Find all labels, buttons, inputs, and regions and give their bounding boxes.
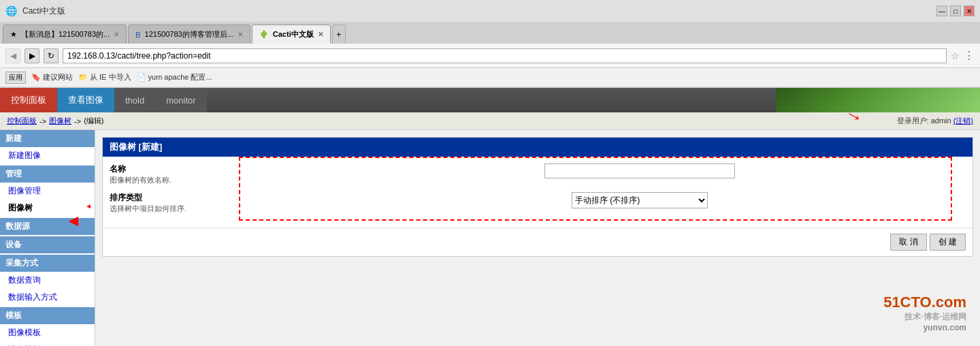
form-row-name: 名称 图像树的有效名称. xyxy=(110,163,966,185)
user-info: 登录用户: admin (注销) xyxy=(897,116,973,126)
user-label: 登录用户: admin xyxy=(897,116,951,125)
sidebar-item-new-graph[interactable]: 新建图像 xyxy=(0,147,95,164)
tab2-label: 121500783的博客管理后... xyxy=(145,29,233,40)
breadcrumb-tree[interactable]: 图像树 xyxy=(49,116,71,126)
browser-tabs: ★ 【新消息】121500783的... ✕ B 121500783的博客管理后… xyxy=(0,22,980,44)
tab3-favicon: 🌵 xyxy=(259,30,269,39)
form-row-sort: 排序类型 选择树中项目如何排序. 手动排序 (不排序) 字母排序 数字排序 xyxy=(110,192,966,214)
nav-decoration xyxy=(776,88,980,112)
form-label-sort: 排序类型 xyxy=(110,192,314,204)
breadcrumb-bar: 控制面板 -> 图像树 -> (编辑) 登录用户: admin (注销) xyxy=(0,112,980,130)
tab1-label: 【新消息】121500783的... xyxy=(21,29,110,40)
back-button[interactable]: ◀ xyxy=(5,48,20,63)
sidebar-item-graph-template[interactable]: 图像模板 xyxy=(0,324,95,341)
address-input[interactable] xyxy=(63,48,947,63)
sidebar-item-data-input[interactable]: 数据输入方式 xyxy=(0,289,95,306)
folder-icon: 📁 xyxy=(78,73,88,82)
nav-tab-thold[interactable]: thold xyxy=(114,88,155,112)
nav-tab-monitor[interactable]: monitor xyxy=(155,88,206,112)
form-desc-sort: 选择树中项目如何排序. xyxy=(110,204,314,214)
bookmark-yum[interactable]: 📄 yum apache 配置... xyxy=(137,72,212,82)
sidebar-header-template: 模板 xyxy=(0,307,95,324)
browser-tab-3[interactable]: 🌵 Cacti中文版 ✕ xyxy=(252,25,331,44)
sidebar-section-template: 模板 图像模板 设备模板 数据模板 xyxy=(0,307,95,346)
watermark-line3: yunvn.com xyxy=(883,323,966,332)
page-content: 控制面板 查看图像 thold monitor 控制面板 -> 图像树 -> (… xyxy=(0,88,980,346)
browser-logo: 🌐 xyxy=(5,5,17,16)
form-body: 名称 图像树的有效名称. 排序类型 选择树中项目如何排序. xyxy=(103,157,973,227)
watermark-line2: 技术·博客·运维网 xyxy=(883,311,966,323)
sidebar: 新建 新建图像 管理 图像管理 图像树 数据源 设备 采集方式 数据查询 数据输… xyxy=(0,130,95,346)
sidebar-item-graph-manage[interactable]: 图像管理 xyxy=(0,183,95,200)
bookmark-suggest[interactable]: 🔖 建议网站 xyxy=(31,72,73,82)
bookmarks-bar: 应用 🔖 建议网站 📁 从 IE 中导入 📄 yum apache 配置... xyxy=(0,68,980,87)
form-section: 图像树 [新建] 名称 图像树的有效名称. xyxy=(102,137,973,257)
bookmark-label: 建议网站 xyxy=(43,72,73,82)
tab2-favicon: B xyxy=(135,31,140,39)
sidebar-header-collection: 采集方式 xyxy=(0,255,95,272)
refresh-button[interactable]: ↻ xyxy=(44,48,59,63)
cancel-button[interactable]: 取 消 xyxy=(890,234,926,251)
form-title: 图像树 [新建] xyxy=(103,138,973,157)
content-area: 图像树 [新建] 名称 图像树的有效名称. xyxy=(95,130,980,346)
bookmark-ie-label: 从 IE 中导入 xyxy=(90,72,131,82)
breadcrumb-sep1: -> xyxy=(39,117,46,125)
title-bar-right: — □ ✕ xyxy=(936,5,975,16)
forward-button[interactable]: ▶ xyxy=(24,48,39,63)
sidebar-item-data-query[interactable]: 数据查询 xyxy=(0,272,95,289)
form-control-sort: 手动排序 (不排序) 字母排序 数字排序 xyxy=(314,192,966,208)
close-button[interactable]: ✕ xyxy=(964,5,975,16)
nav-tab-graphs[interactable]: 查看图像 xyxy=(57,88,114,112)
tab2-close[interactable]: ✕ xyxy=(238,31,243,38)
form-control-name xyxy=(314,163,966,178)
maximize-button[interactable]: □ xyxy=(950,5,961,16)
sidebar-section-collection: 采集方式 数据查询 数据输入方式 xyxy=(0,255,95,306)
window-title: Cacti中文版 xyxy=(22,5,65,17)
arrow-left-annotation: ◄ xyxy=(65,211,82,230)
breadcrumb-current: (编辑) xyxy=(84,116,103,126)
title-bar: 🌐 Cacti中文版 — □ ✕ xyxy=(0,0,980,22)
minimize-button[interactable]: — xyxy=(936,5,947,16)
main-layout: 新建 新建图像 管理 图像管理 图像树 数据源 设备 采集方式 数据查询 数据输… xyxy=(0,130,980,346)
watermark: 51CTO.com 技术·博客·运维网 yunvn.com xyxy=(883,294,966,332)
sidebar-header-new: 新建 xyxy=(0,130,95,147)
sidebar-section-manage: 管理 图像管理 图像树 xyxy=(0,166,95,217)
tab3-close[interactable]: ✕ xyxy=(318,31,323,38)
sidebar-section-device: 设备 xyxy=(0,236,95,253)
breadcrumb-dashboard[interactable]: 控制面板 xyxy=(7,116,37,126)
form-label-name: 名称 xyxy=(110,163,314,175)
sort-select[interactable]: 手动排序 (不排序) 字母排序 数字排序 xyxy=(572,192,708,208)
sidebar-header-manage: 管理 xyxy=(0,166,95,183)
title-bar-left: 🌐 Cacti中文版 xyxy=(5,5,65,17)
name-input[interactable] xyxy=(544,163,735,178)
bookmark-yum-icon: 📄 xyxy=(137,73,146,82)
form-label-name-col: 名称 图像树的有效名称. xyxy=(110,163,314,185)
bookmark-icon: 🔖 xyxy=(31,73,41,82)
create-button[interactable]: 创 建 xyxy=(930,234,966,251)
address-bar: ◀ ▶ ↻ ☆ ⋮ xyxy=(0,44,980,68)
nav-tab-dashboard[interactable]: 控制面板 xyxy=(0,88,57,112)
bookmark-star[interactable]: ☆ xyxy=(951,50,960,61)
sidebar-section-new: 新建 新建图像 xyxy=(0,130,95,164)
browser-tab-1[interactable]: ★ 【新消息】121500783的... ✕ xyxy=(3,25,127,44)
sidebar-item-device-template[interactable]: 设备模板 xyxy=(0,341,95,346)
logout-link[interactable]: (注销) xyxy=(953,116,973,125)
tab1-favicon: ★ xyxy=(10,30,17,39)
form-label-sort-col: 排序类型 选择树中项目如何排序. xyxy=(110,192,314,214)
browser-tab-2[interactable]: B 121500783的博客管理后... ✕ xyxy=(128,25,250,44)
sidebar-header-device: 设备 xyxy=(0,236,95,253)
settings-icon[interactable]: ⋮ xyxy=(964,49,975,62)
bookmark-ie[interactable]: 📁 从 IE 中导入 xyxy=(78,72,131,82)
tab1-close[interactable]: ✕ xyxy=(114,31,119,38)
bookmark-yum-label: yum apache 配置... xyxy=(148,72,212,82)
action-buttons: 取 消 创 建 xyxy=(103,227,973,256)
watermark-line1: 51CTO.com xyxy=(883,294,966,311)
breadcrumb-sep2: -> xyxy=(74,117,81,125)
breadcrumb: 控制面板 -> 图像树 -> (编辑) xyxy=(7,116,104,126)
top-nav: 控制面板 查看图像 thold monitor xyxy=(0,88,980,112)
apps-button[interactable]: 应用 xyxy=(5,72,26,84)
new-tab-button[interactable]: + xyxy=(332,25,346,44)
tab3-label: Cacti中文版 xyxy=(273,29,314,40)
form-desc-name: 图像树的有效名称. xyxy=(110,175,314,185)
